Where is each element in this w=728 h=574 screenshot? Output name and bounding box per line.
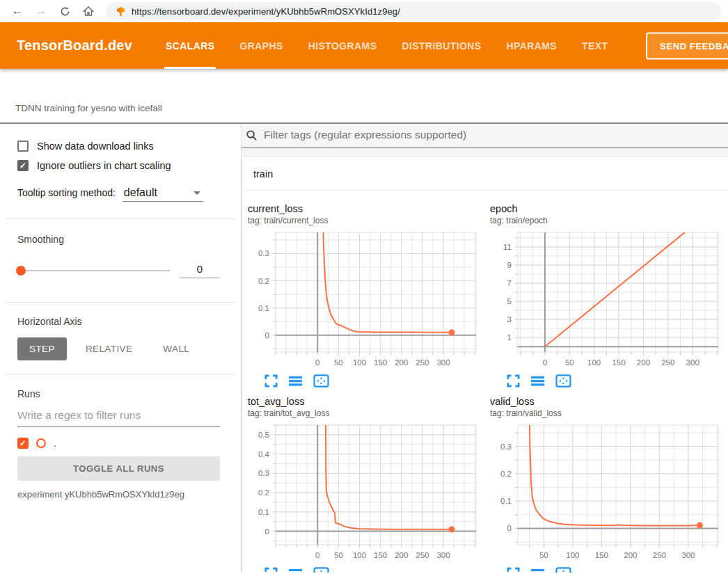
relative-button[interactable]: RELATIVE (74, 337, 144, 360)
home-icon[interactable] (78, 2, 99, 20)
fullscreen-icon[interactable] (264, 374, 278, 388)
wall-button[interactable]: WALL (151, 337, 201, 360)
fullscreen-icon[interactable] (507, 567, 520, 573)
back-icon[interactable]: ← (7, 2, 28, 20)
address-bar[interactable]: https://tensorboard.dev/experiment/yKUbh… (106, 2, 721, 20)
svg-text:300: 300 (681, 551, 695, 559)
svg-text:0.3: 0.3 (258, 249, 269, 257)
smoothing-value-input[interactable] (180, 263, 220, 278)
brand-title: TensorBoard.dev (17, 22, 132, 69)
smoothing-slider-thumb[interactable] (16, 266, 26, 276)
fit-domain-icon[interactable] (555, 374, 571, 388)
settings-sidebar: Show data download links Ignore outliers… (0, 124, 242, 573)
tab-text[interactable]: TEXT (582, 22, 608, 69)
chart-card-current-loss: current_loss tag: train/current_loss 050… (244, 203, 486, 388)
fit-domain-icon[interactable] (313, 374, 329, 388)
fit-domain-icon[interactable] (555, 567, 571, 573)
tag-filter-input[interactable] (264, 129, 728, 141)
chart-tag: tag: train/current_loss (248, 216, 486, 225)
send-feedback-button[interactable]: SEND FEEDBACK (646, 32, 728, 59)
tot-avg-loss-plot[interactable]: 05010015020025030000.10.20.30.40.5 (244, 421, 483, 564)
fit-domain-icon[interactable] (313, 567, 329, 573)
chart-toolbar (264, 374, 486, 388)
url-text: https://tensorboard.dev/experiment/yKUbh… (132, 6, 400, 17)
tab-graphs[interactable]: GRAPHS (239, 22, 283, 69)
svg-text:1: 1 (507, 333, 512, 342)
svg-text:0: 0 (265, 331, 269, 340)
svg-text:200: 200 (395, 551, 408, 559)
svg-text:100: 100 (587, 358, 601, 367)
experiment-caption: experiment yKUbhb5wRmOSXYkId1z9eg (17, 489, 220, 500)
app-header: TensorBoard.dev SCALARS GRAPHS HISTOGRAM… (0, 22, 728, 69)
chart-toolbar (507, 567, 728, 573)
chart-toolbar (264, 567, 486, 573)
horizontal-axis-label: Horizontal Axis (17, 316, 220, 327)
fullscreen-icon[interactable] (507, 374, 520, 388)
log-scale-icon[interactable] (288, 567, 303, 573)
svg-text:250: 250 (661, 358, 674, 367)
svg-text:0.5: 0.5 (258, 431, 269, 439)
chart-card-tot-avg-loss: tot_avg_loss tag: train/tot_avg_loss 050… (244, 396, 486, 573)
log-scale-icon[interactable] (530, 374, 545, 388)
svg-text:50: 50 (539, 551, 548, 559)
tooltip-sorting-label: Tooltip sorting method: (17, 187, 116, 198)
home-glyph (83, 6, 94, 17)
experiment-bar: TDNN training for yesno with icefall (0, 69, 728, 124)
tooltip-sorting-select[interactable]: default (122, 186, 203, 202)
sidebar-divider (6, 218, 235, 219)
tab-distributions[interactable]: DISTRIBUTIONS (402, 22, 481, 69)
epoch-plot[interactable]: 0501001502002503001357911 (486, 228, 725, 372)
svg-text:300: 300 (436, 551, 450, 559)
reload-glyph (60, 6, 70, 17)
svg-text:300: 300 (686, 358, 699, 367)
svg-text:100: 100 (353, 358, 366, 367)
run-checkbox[interactable] (17, 438, 29, 449)
show-download-links-label: Show data download links (37, 141, 154, 152)
horizontal-axis-buttons: STEP RELATIVE WALL (17, 337, 220, 360)
svg-text:150: 150 (612, 358, 625, 367)
group-header[interactable]: train (242, 157, 728, 191)
svg-text:150: 150 (374, 551, 387, 559)
show-download-links-checkbox[interactable] (17, 141, 29, 152)
svg-text:5: 5 (507, 297, 512, 305)
ignore-outliers-row[interactable]: Ignore outliers in chart scaling (17, 160, 220, 171)
log-scale-icon[interactable] (288, 374, 303, 388)
toggle-all-runs-button[interactable]: TOGGLE ALL RUNS (17, 456, 220, 481)
runs-regex-input[interactable] (17, 399, 220, 427)
valid-loss-plot[interactable]: 5010015020025030000.10.20.3 (486, 421, 725, 564)
ignore-outliers-checkbox[interactable] (17, 160, 29, 171)
svg-text:200: 200 (624, 551, 637, 559)
content-layout: Show data download links Ignore outliers… (0, 124, 728, 573)
svg-text:9: 9 (507, 261, 512, 269)
run-row[interactable]: . (17, 438, 220, 449)
svg-text:0: 0 (543, 358, 547, 367)
svg-text:0.2: 0.2 (500, 470, 512, 478)
smoothing-slider[interactable] (17, 270, 170, 271)
forward-icon[interactable]: → (31, 2, 52, 20)
fullscreen-icon[interactable] (264, 567, 278, 573)
step-button[interactable]: STEP (17, 337, 67, 360)
svg-text:0: 0 (315, 551, 319, 559)
svg-text:0: 0 (507, 524, 512, 532)
tab-histograms[interactable]: HISTOGRAMS (308, 22, 377, 69)
svg-text:0.3: 0.3 (258, 469, 269, 477)
show-download-links-row[interactable]: Show data download links (17, 141, 220, 152)
tab-hparams[interactable]: HPARAMS (507, 22, 557, 69)
svg-text:0.1: 0.1 (258, 508, 269, 516)
svg-text:0: 0 (315, 358, 319, 367)
svg-text:50: 50 (565, 358, 574, 367)
chart-title: valid_loss (490, 396, 728, 407)
tooltip-sorting-value: default (124, 186, 157, 199)
svg-text:250: 250 (416, 358, 429, 367)
experiment-title: TDNN training for yesno with icefall (15, 103, 162, 113)
current-loss-plot[interactable]: 05010015020025030000.10.20.3 (244, 228, 483, 372)
log-scale-icon[interactable] (530, 567, 545, 573)
svg-text:100: 100 (566, 551, 579, 559)
svg-text:0.3: 0.3 (500, 443, 512, 451)
tab-scalars[interactable]: SCALARS (166, 22, 214, 69)
charts-grid: current_loss tag: train/current_loss 050… (242, 191, 728, 573)
svg-text:0: 0 (265, 527, 269, 536)
chart-card-valid-loss: valid_loss tag: train/valid_loss 5010015… (486, 396, 728, 573)
reload-icon[interactable] (54, 2, 75, 20)
smoothing-slider-row (17, 263, 220, 278)
